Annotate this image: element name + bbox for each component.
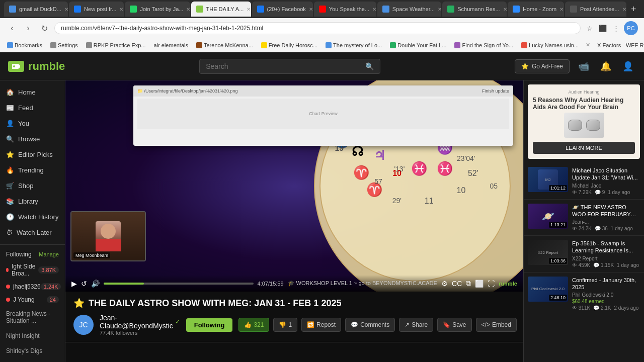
bookmark-air[interactable]: air elementals [151,41,191,49]
cc-button[interactable]: CC [452,280,462,288]
rumble-logo[interactable]: rumble [8,60,65,73]
fullscreen-button[interactable]: ⛶ [488,280,495,288]
mute-button[interactable]: 🔊 [91,280,100,288]
embed-button[interactable]: </> Embed [476,318,517,332]
symbol-north-node: ☊ [352,144,363,159]
sidebar-item-home[interactable]: 🏠 Home [0,84,65,100]
progress-bar[interactable] [104,283,254,285]
comments-button[interactable]: 💬 Comments [345,318,395,332]
tab-schumann[interactable]: Schumann Res... ✕ [442,2,507,17]
manage-button[interactable]: Manage [39,251,59,257]
sidebar-item-breaking[interactable]: Breaking News - Situation ... [0,306,65,328]
tab-you-speak[interactable]: You Speak the... ✕ [314,2,376,17]
rec-comments-jaco: 💬 9 [595,190,605,195]
sidebar-item-shirleys[interactable]: Shirley's Digs [0,343,65,358]
channel-item-ight[interactable]: Ight Side Broa... 3.87K [0,260,65,280]
dislike-button[interactable]: 👎 1 [273,318,297,332]
sidebar-item-feed[interactable]: 📰 Feed [0,100,65,116]
channel-item-jyoung[interactable]: J Young 24 [0,293,65,306]
tab-zoom[interactable]: Home - Zoom ✕ [508,2,564,17]
bookmark-bookmarks[interactable]: Bookmarks [4,41,45,49]
go-ad-free-button[interactable]: ⭐ Go Ad-Free [515,59,570,73]
channel-name-jhaelj: jhaelj5326 [13,283,41,290]
repost-button[interactable]: 🔁 Repost [301,318,341,332]
bookmark-terence[interactable]: Terence McKenna... [193,41,256,49]
play-button[interactable]: ▶ [71,280,77,288]
reload-button[interactable]: ↻ [38,22,50,34]
sidebar-item-browse[interactable]: 🔍 Browse [0,131,65,147]
tab-tarot[interactable]: Join Tarot by Ja... ✕ [125,2,190,17]
forward-button[interactable]: › [22,22,34,34]
settings-icon[interactable]: ⚙ [441,280,448,288]
new-tab-button[interactable]: + [627,2,640,16]
search-bar[interactable]: 🔍 [199,59,380,74]
tab-daily-astro[interactable]: THE DAILY A... ✕ [191,2,251,17]
sidebar-item-ispiritual[interactable]: ISpiritualTherapist22 [0,358,65,362]
notification-icon[interactable]: 🔔 [598,58,614,74]
rec-views-astrowoo: 👁 24.2K [572,226,592,231]
profile-avatar[interactable]: PC [624,21,638,35]
bookmark-double[interactable]: Double Your Fat L... [387,41,449,49]
sidebar-item-shop[interactable]: 🛒 Shop [0,178,65,194]
sidebar-item-library[interactable]: 📚 Library [0,194,65,209]
follow-button[interactable]: Following [186,318,233,332]
bookmark-sign[interactable]: Find the Sign of Yo... [451,41,516,49]
channel-name[interactable]: Jean-Claude@BeyondMystic ✓ [100,314,180,330]
tab-bar: gmail at DuckD... ✕ New post fr... ✕ Joi… [0,0,644,18]
app-container: rumble 🔍 ⭐ Go Ad-Free 📹 🔔 👤 🏠 Home 📰 Fee… [0,52,644,362]
sidebar-item-you[interactable]: 👤 You [0,116,65,131]
rewind-button[interactable]: ↺ [81,280,87,288]
rec-info-astrowoo: 🪐 THE NEW ASTRO WOO FOR FEBRUARY WITH ME… [572,204,640,232]
degree-52: 52' [468,169,478,178]
logo-icon [8,61,24,72]
verified-badge: ✓ [175,318,180,325]
rec-item-astrowoo[interactable]: 🪐 1:13:21 🪐 THE NEW ASTRO WOO FOR FEBRUA… [524,200,644,236]
sidebar-item-editor-picks[interactable]: ⭐ Editor Picks [0,147,65,162]
tab-space-weather[interactable]: Space Weather... ✕ [377,2,441,17]
sidebar-item-watch-later[interactable]: ⏱ Watch Later [0,225,65,240]
rec-item-jaco[interactable]: MJ 1:01:12 Michael Jaco Situation Update… [524,163,644,200]
rec-comments-astrowoo: 💬 36 [595,226,608,231]
learn-more-button[interactable]: LEARN MORE [533,142,635,154]
sidebar-item-night-insight[interactable]: Night Insight [0,328,65,343]
browse-icon: 🔍 [6,135,14,143]
url-input[interactable] [54,22,581,34]
back-button[interactable]: ‹ [6,22,18,34]
pip-button[interactable]: ⧉ [466,279,471,288]
channel-item-jhaelj[interactable]: jhaelj5326 1.24K [0,280,65,293]
rec-item-phil[interactable]: Phil Godlewski 2.0 2:46:10 Confirmed - J… [524,273,644,316]
extensions-icon[interactable]: ⬛ [598,23,608,33]
share-button[interactable]: ↗ Share [399,318,433,332]
rec-meta-phil: 👁 311K 💬 2.1K 2 days ago [572,305,640,311]
ad-free-star: ⭐ [521,63,529,70]
channel-name-ight: Ight Side Broa... [12,263,38,277]
bookmark-lucky[interactable]: Lucky Names usin... [518,41,582,49]
sidebar-item-trending[interactable]: 🔥 Trending [0,162,65,178]
current-time: 4:07 [258,281,268,287]
upload-icon[interactable]: 📹 [576,58,592,74]
search-input[interactable] [206,62,365,70]
user-icon[interactable]: 👤 [620,58,636,74]
sidebar-item-watch-history[interactable]: 🕐 Watch History [0,209,65,225]
progress-bar-container[interactable] [104,283,254,285]
bookmark-mystery[interactable]: The mystery of Lo... [323,41,385,49]
symbol-pisces-1: ♓ [411,161,427,176]
following-label: Following [6,251,32,258]
tab-new-post[interactable]: New post fr... ✕ [69,2,124,17]
bookmark-xfactors[interactable]: X Factors - WEF R... [594,41,644,49]
tab-facebook[interactable]: (20+) Facebook ✕ [252,2,313,17]
rec-item-x22[interactable]: X22 Report 1:03:36 Ep 3561b - Swamp Is L… [524,236,644,273]
like-button[interactable]: 👍 321 [238,318,269,332]
bookmark-star-icon[interactable]: ☆ [585,23,595,33]
degree-05: 05 [490,182,498,190]
tab-gmail[interactable]: gmail at DuckD... ✕ [4,2,68,17]
tab-post-attendee[interactable]: Post Attendee... ✕ [565,2,626,17]
save-button[interactable]: 🔖 Save [437,318,471,332]
time-display: 4:07/15:59 [258,281,284,287]
bookmark-settings[interactable]: Settings [47,41,81,49]
menu-icon[interactable]: ⋮ [611,23,621,33]
degree-10: 10 [457,186,466,195]
theatre-button[interactable]: ⬜ [475,280,484,288]
bookmark-rpkp[interactable]: RPKP Practice Exp... [83,41,149,49]
bookmark-horoscope[interactable]: Free Daily Horosc... [258,41,320,49]
